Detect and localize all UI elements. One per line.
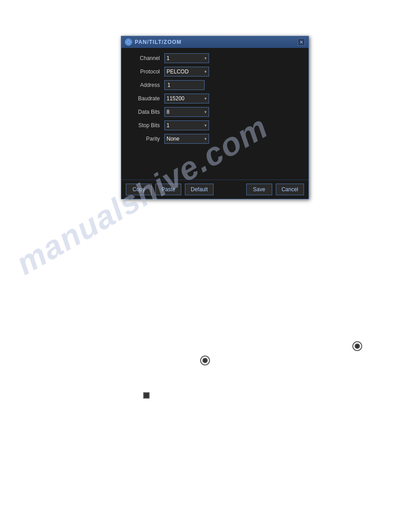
protocol-label: Protocol bbox=[128, 69, 164, 75]
protocol-row: Protocol PELCOD PELCOP VISCA bbox=[128, 67, 301, 77]
square-icon-small bbox=[143, 392, 150, 399]
circle-icon-medium bbox=[200, 356, 210, 365]
dialog-icon bbox=[125, 39, 132, 46]
baudrate-row: Baudrate 115200 9600 19200 38400 57600 bbox=[128, 94, 301, 103]
circle-icon-large bbox=[352, 341, 362, 351]
circle-icon-medium-inner bbox=[202, 358, 208, 363]
stop-bits-label: Stop Bits bbox=[128, 122, 164, 129]
channel-row: Channel 1 2 3 4 bbox=[128, 53, 301, 63]
data-bits-label: Data Bits bbox=[128, 109, 164, 115]
parity-select[interactable]: None Odd Even bbox=[164, 134, 209, 144]
data-bits-row: Data Bits 8 7 6 5 bbox=[128, 107, 301, 117]
default-button[interactable]: Default bbox=[185, 184, 214, 195]
dialog-titlebar: PAN/TILT/ZOOM × bbox=[121, 36, 308, 48]
baudrate-select-wrapper: 115200 9600 19200 38400 57600 bbox=[164, 94, 209, 103]
cancel-button[interactable]: Cancel bbox=[276, 184, 304, 195]
channel-select-wrapper: 1 2 3 4 bbox=[164, 53, 209, 63]
channel-label: Channel bbox=[128, 55, 164, 61]
stop-bits-select-wrapper: 1 2 bbox=[164, 120, 209, 130]
parity-select-wrapper: None Odd Even bbox=[164, 134, 209, 144]
parity-label: Parity bbox=[128, 136, 164, 142]
paste-button[interactable]: Paste bbox=[155, 184, 181, 195]
data-bits-select-wrapper: 8 7 6 5 bbox=[164, 107, 209, 117]
dialog-title: PAN/TILT/ZOOM bbox=[135, 39, 182, 45]
address-row: Address bbox=[128, 80, 301, 90]
copy-button[interactable]: Copy bbox=[126, 184, 152, 195]
baudrate-label: Baudrate bbox=[128, 95, 164, 102]
close-button[interactable]: × bbox=[298, 39, 305, 46]
stop-bits-row: Stop Bits 1 2 bbox=[128, 120, 301, 130]
protocol-select[interactable]: PELCOD PELCOP VISCA bbox=[164, 67, 209, 77]
circle-icon-large-inner bbox=[355, 343, 360, 349]
dialog-icon-inner bbox=[127, 40, 130, 44]
pan-tilt-zoom-dialog: PAN/TILT/ZOOM × Channel 1 2 3 4 Protocol… bbox=[121, 36, 309, 199]
channel-select[interactable]: 1 2 3 4 bbox=[164, 53, 209, 63]
data-bits-select[interactable]: 8 7 6 5 bbox=[164, 107, 209, 117]
save-button[interactable]: Save bbox=[246, 184, 272, 195]
address-input[interactable] bbox=[164, 80, 205, 90]
protocol-select-wrapper: PELCOD PELCOP VISCA bbox=[164, 67, 209, 77]
dialog-spacer bbox=[128, 147, 301, 174]
parity-row: Parity None Odd Even bbox=[128, 134, 301, 144]
titlebar-left: PAN/TILT/ZOOM bbox=[125, 39, 182, 46]
dialog-footer: Copy Paste Default Save Cancel bbox=[121, 180, 308, 199]
address-label: Address bbox=[128, 82, 164, 88]
stop-bits-select[interactable]: 1 2 bbox=[164, 120, 209, 130]
dialog-body: Channel 1 2 3 4 Protocol PELCOD PELCOP V… bbox=[121, 48, 308, 180]
baudrate-select[interactable]: 115200 9600 19200 38400 57600 bbox=[164, 94, 209, 103]
